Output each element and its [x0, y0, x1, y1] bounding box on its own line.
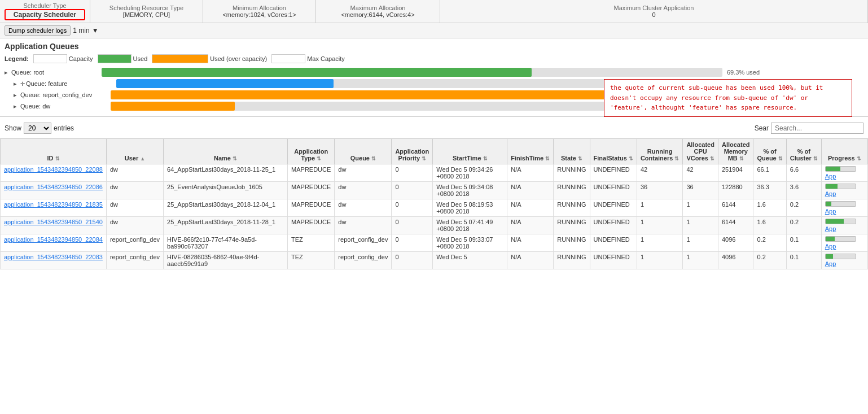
table-row: application_1543482394850_22088dw64_AppS… [1, 164, 868, 182]
cell-progress: App [821, 199, 867, 217]
max-cluster-app-value: 0 [445, 11, 863, 18]
used-label: Used [133, 55, 148, 62]
search-box: Sear [755, 123, 863, 134]
cpu-sort-icon: ⇅ [710, 156, 714, 162]
search-input[interactable] [771, 123, 863, 134]
app-link-label[interactable]: App [825, 243, 836, 250]
col-progress[interactable]: Progress ⇅ [821, 139, 867, 164]
table-row: application_1543482394850_22084report_co… [1, 234, 868, 252]
col-state[interactable]: State ⇅ [554, 139, 590, 164]
cell-pct-cluster: 3.6 [786, 182, 821, 199]
cell-allocated-cpu: 1 [683, 217, 718, 234]
cell-allocated-memory: 122880 [718, 182, 753, 199]
col-running-containers[interactable]: RunningContainers ⇅ [637, 139, 683, 164]
cell-finish-time: N/A [507, 217, 554, 234]
cell-user: dw [106, 164, 163, 182]
app-link-label[interactable]: App [825, 190, 836, 197]
show-entries: Show 20 50 100 entries [5, 123, 74, 134]
col-id[interactable]: ID ⇅ [1, 139, 107, 164]
app-id-link[interactable]: application_1543482394850_22084 [4, 236, 103, 243]
app-link-label[interactable]: App [825, 208, 836, 215]
over-capacity-label: Used (over capacity) [210, 55, 267, 62]
cell-running-containers: 1 [637, 252, 683, 269]
show-label: Show [5, 124, 21, 132]
max-allocation-col: Maximum Allocation <memory:6144, vCores:… [316, 0, 440, 23]
app-link-label[interactable]: App [825, 173, 836, 180]
cell-name: 25_EventAnalysisQueueJob_1605 [164, 182, 288, 199]
queue-sort-icon: ⇅ [371, 156, 376, 162]
dump-logs-button[interactable]: Dump scheduler logs [5, 25, 71, 36]
col-pct-queue[interactable]: % ofQueue ⇅ [753, 139, 786, 164]
queue-root-toggle[interactable]: ▸ [5, 69, 11, 76]
cell-state: RUNNING [554, 164, 590, 182]
table-controls: Show 20 50 100 entries Sear [0, 120, 868, 136]
queue-dw-toggle[interactable]: ▸ [14, 103, 20, 110]
col-pct-cluster[interactable]: % ofCluster ⇅ [786, 139, 821, 164]
cell-name: 64_AppStartLast30days_2018-11-25_1 [164, 164, 288, 182]
queue-report-toggle[interactable]: ▸ [14, 91, 20, 99]
annotation-text: the quote of current sub-queue has been … [610, 84, 823, 111]
col-name[interactable]: Name ⇅ [164, 139, 288, 164]
cell-finish-time: N/A [507, 164, 554, 182]
col-allocated-memory[interactable]: AllocatedMemoryMB ⇅ [718, 139, 753, 164]
annotation-box: the quote of current sub-queue has been … [604, 79, 852, 117]
dump-dropdown-icon[interactable]: ▼ [92, 27, 99, 34]
app-id-link[interactable]: application_1543482394850_21540 [4, 219, 103, 225]
app-link-label[interactable]: App [825, 225, 836, 232]
cell-user: dw [106, 217, 163, 234]
cell-priority: 0 [392, 252, 433, 269]
table-row: application_1543482394850_22083report_co… [1, 252, 868, 269]
cell-pct-cluster: 0.1 [786, 252, 821, 269]
app-queues-section: Application Queues Legend: Capacity Used… [0, 38, 868, 117]
cell-id: application_1543482394850_22083 [1, 252, 107, 269]
name-sort-icon: ⇅ [233, 156, 237, 162]
capacity-box [33, 54, 67, 63]
col-queue[interactable]: Queue ⇅ [335, 139, 392, 164]
cell-running-containers: 36 [637, 182, 683, 199]
app-link-label[interactable]: App [825, 260, 836, 267]
cell-final-status: UNDEFINED [590, 252, 637, 269]
col-user[interactable]: User ▲ [106, 139, 163, 164]
scheduler-info-bar: Scheduler Type Capacity Scheduler Schedu… [0, 0, 868, 23]
entries-select[interactable]: 20 50 100 [24, 123, 51, 134]
dump-interval: 1 min [73, 27, 89, 34]
table-row: application_1543482394850_21835dw25_AppS… [1, 199, 868, 217]
dump-bar: Dump scheduler logs 1 min ▼ [0, 23, 868, 38]
cell-user: report_config_dev [106, 252, 163, 269]
table-row: application_1543482394850_22086dw25_Even… [1, 182, 868, 199]
cell-user: dw [106, 182, 163, 199]
cell-allocated-memory: 4096 [718, 252, 753, 269]
queue-feature-fill [116, 79, 334, 88]
scheduler-type-value: Capacity Scheduler [14, 11, 76, 19]
app-id-link[interactable]: application_1543482394850_21835 [4, 201, 103, 208]
cell-priority: 0 [392, 234, 433, 252]
app-id-link[interactable]: application_1543482394850_22088 [4, 166, 103, 173]
cell-state: RUNNING [554, 182, 590, 199]
col-final-status[interactable]: FinalStatus ⇅ [590, 139, 637, 164]
start-sort-icon: ⇅ [483, 156, 488, 162]
col-priority[interactable]: ApplicationPriority ⇅ [392, 139, 433, 164]
app-id-link[interactable]: application_1543482394850_22083 [4, 254, 103, 260]
cell-pct-cluster: 0.1 [786, 234, 821, 252]
col-allocated-cpu[interactable]: AllocatedCPUVCores ⇅ [683, 139, 718, 164]
queue-report-label: Queue: report_config_dev [20, 91, 111, 98]
cell-running-containers: 42 [637, 164, 683, 182]
pct-c-sort-icon: ⇅ [813, 156, 818, 162]
cell-start-time: Wed Dec 5 08:19:53 +0800 2018 [433, 199, 507, 217]
cell-pct-queue: 36.3 [753, 182, 786, 199]
app-id-link[interactable]: application_1543482394850_22086 [4, 184, 103, 190]
max-allocation-header: Maximum Allocation [321, 5, 435, 11]
cell-final-status: UNDEFINED [590, 182, 637, 199]
cell-id: application_1543482394850_21540 [1, 217, 107, 234]
cell-allocated-memory: 6144 [718, 199, 753, 217]
cell-state: RUNNING [554, 199, 590, 217]
progress-bar [825, 201, 856, 207]
col-finish-time[interactable]: FinishTime ⇅ [507, 139, 554, 164]
col-app-type[interactable]: ApplicationType ⇅ [288, 139, 335, 164]
cell-running-containers: 1 [637, 199, 683, 217]
col-start-time[interactable]: StartTime ⇅ [433, 139, 507, 164]
cell-start-time: Wed Dec 5 [433, 252, 507, 269]
priority-sort-icon: ⇅ [422, 156, 426, 162]
queue-feature-toggle[interactable]: ▸ [14, 80, 20, 88]
cell-finish-time: N/A [507, 234, 554, 252]
